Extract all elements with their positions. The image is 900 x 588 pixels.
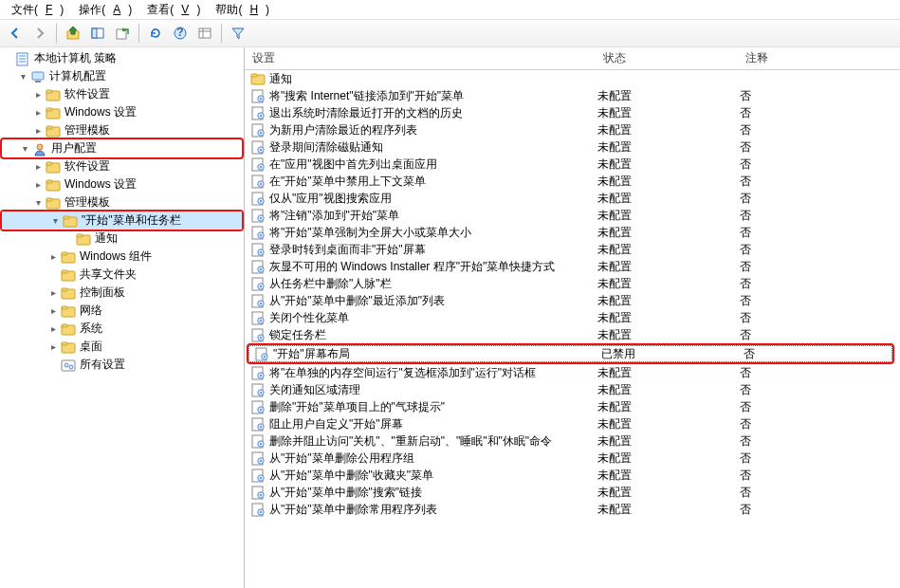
list-setting-row[interactable]: "开始"屏幕布局已禁用否 (248, 345, 892, 362)
tree-win-components[interactable]: ▸Windows 组件 (0, 248, 244, 266)
list-setting-row[interactable]: 退出系统时清除最近打开的文档的历史未配置否 (245, 104, 900, 121)
toolbar-show-hide-button[interactable] (86, 22, 109, 45)
toolbar-up-button[interactable] (62, 22, 84, 45)
setting-icon (250, 139, 266, 155)
toolbar-refresh-button[interactable] (144, 22, 167, 45)
list-folder-row[interactable]: 通知 (245, 70, 900, 87)
tree-label: "开始"菜单和任务栏 (82, 212, 181, 229)
list-setting-row[interactable]: 将"开始"菜单强制为全屏大小或菜单大小未配置否 (245, 224, 900, 241)
list-setting-row[interactable]: 关闭通知区域清理未配置否 (245, 381, 900, 398)
list-setting-row[interactable]: 灰显不可用的 Windows Installer 程序"开始"菜单快捷方式未配置… (245, 258, 900, 275)
list-setting-row[interactable]: 在"开始"菜单中禁用上下文菜单未配置否 (245, 173, 900, 190)
folder-icon (61, 267, 76, 283)
cell-setting: 退出系统时清除最近打开的文档的历史 (269, 105, 597, 121)
cell-comment: 否 (740, 416, 900, 432)
tree-computer-config[interactable]: ▾计算机配置 (0, 67, 244, 85)
toolbar-prop-button[interactable] (193, 22, 216, 45)
tree-notify[interactable]: 通知 (0, 230, 244, 248)
tree-start-taskbar[interactable]: ▾"开始"菜单和任务栏 (2, 211, 242, 230)
expander-icon[interactable]: ▸ (30, 90, 46, 100)
setting-icon (250, 310, 266, 325)
list-setting-row[interactable]: 删除"开始"菜单项目上的"气球提示"未配置否 (245, 398, 900, 415)
list-setting-row[interactable]: 从"开始"菜单中删除"最近添加"列表未配置否 (245, 292, 900, 309)
folder-icon (46, 87, 61, 102)
list-setting-row[interactable]: 仅从"应用"视图搜索应用未配置否 (245, 190, 900, 207)
list-setting-row[interactable]: 从"开始"菜单中删除"收藏夹"菜单未配置否 (245, 467, 900, 484)
list-setting-row[interactable]: 登录时转到桌面而非"开始"屏幕未配置否 (245, 241, 900, 258)
expander-icon[interactable]: ▸ (30, 108, 46, 118)
cell-status: 未配置 (597, 365, 740, 381)
col-header-comment[interactable]: 注释 (738, 47, 900, 70)
list-setting-row[interactable]: 从"开始"菜单删除公用程序组未配置否 (245, 450, 900, 467)
list-setting-row[interactable]: 登录期间清除磁贴通知未配置否 (245, 138, 900, 156)
expander-icon[interactable]: ▾ (47, 216, 63, 226)
menu-a[interactable]: 操作(A) (71, 0, 139, 20)
tree-label: Windows 设置 (64, 176, 137, 193)
list-setting-row[interactable]: 为新用户清除最近的程序列表未配置否 (245, 121, 900, 138)
cell-setting: 灰显不可用的 Windows Installer 程序"开始"菜单快捷方式 (269, 259, 597, 275)
tree-cc-windows[interactable]: ▸Windows 设置 (0, 103, 244, 121)
tree-user-config[interactable]: ▾用户配置 (2, 139, 242, 157)
tree-pane[interactable]: 本地计算机 策略▾计算机配置▸软件设置▸Windows 设置▸管理模板▾用户配置… (0, 47, 245, 588)
tree-uc-windows[interactable]: ▸Windows 设置 (0, 175, 244, 193)
cell-setting: 删除"开始"菜单项目上的"气球提示" (269, 399, 597, 415)
list-setting-row[interactable]: 从"开始"菜单中删除"搜索"链接未配置否 (245, 484, 900, 501)
expander-icon[interactable]: ▸ (30, 126, 46, 136)
list-setting-row[interactable]: 锁定任务栏未配置否 (245, 326, 900, 343)
expander-icon[interactable]: ▾ (17, 144, 32, 154)
tree-desktop[interactable]: ▸桌面 (0, 338, 244, 356)
expander-icon[interactable]: ▸ (46, 252, 61, 262)
list-setting-row[interactable]: 阻止用户自定义"开始"屏幕未配置否 (245, 415, 900, 432)
tree-all-settings[interactable]: 所有设置 (0, 356, 244, 374)
toolbar-forward-button[interactable] (28, 22, 51, 45)
expander-icon[interactable]: ▸ (46, 324, 61, 334)
expander-icon[interactable]: ▾ (15, 72, 30, 82)
tree-network[interactable]: ▸网络 (0, 302, 244, 320)
cell-comment: 否 (740, 259, 900, 275)
expander-icon[interactable]: ▸ (46, 306, 61, 316)
expander-icon[interactable]: ▸ (30, 162, 46, 172)
cell-status: 未配置 (597, 174, 740, 190)
cell-comment: 否 (740, 156, 900, 173)
list-setting-row[interactable]: 在"应用"视图中首先列出桌面应用未配置否 (245, 156, 900, 173)
menu-f[interactable]: 文件(F) (4, 0, 71, 20)
toolbar-export-button[interactable] (111, 22, 134, 45)
cell-comment: 否 (740, 276, 900, 292)
tree-shared[interactable]: 共享文件夹 (0, 266, 244, 284)
cell-comment: 否 (740, 365, 900, 381)
toolbar-back-button[interactable] (4, 22, 27, 45)
toolbar-filter-button[interactable] (227, 22, 249, 45)
back-icon (8, 26, 23, 41)
expander-icon[interactable]: ▸ (46, 288, 61, 298)
menu-v[interactable]: 查看(V) (139, 0, 208, 20)
list-setting-row[interactable]: 删除并阻止访问"关机"、"重新启动"、"睡眠"和"休眠"命令未配置否 (245, 432, 900, 450)
setting-icon (250, 276, 266, 291)
col-header-setting[interactable]: 设置 (245, 47, 596, 70)
list-setting-row[interactable]: 关闭个性化菜单未配置否 (245, 309, 900, 326)
list-setting-row[interactable]: 将"注销"添加到"开始"菜单未配置否 (245, 207, 900, 224)
expander-icon[interactable]: ▾ (30, 198, 46, 208)
expander-icon[interactable]: ▸ (46, 342, 61, 352)
tree-root[interactable]: 本地计算机 策略 (0, 49, 244, 67)
col-header-status[interactable]: 状态 (596, 47, 738, 70)
setting-icon (250, 502, 266, 517)
list-setting-row[interactable]: 从"开始"菜单中删除常用程序列表未配置否 (245, 501, 900, 518)
menu-h[interactable]: 帮助(H) (208, 0, 277, 20)
help-icon (173, 26, 188, 41)
list-setting-row[interactable]: 将"搜索 Internet"链接添加到"开始"菜单未配置否 (245, 87, 900, 104)
toolbar-help-button[interactable] (169, 22, 192, 45)
cell-setting: 仅从"应用"视图搜索应用 (269, 191, 597, 207)
list-setting-row[interactable]: 从任务栏中删除"人脉"栏未配置否 (245, 275, 900, 292)
tree-system[interactable]: ▸系统 (0, 320, 244, 338)
allsettings-icon (61, 358, 76, 373)
expander-icon[interactable]: ▸ (30, 180, 46, 190)
details-pane[interactable]: 设置 状态 注释 通知将"搜索 Internet"链接添加到"开始"菜单未配置否… (245, 47, 900, 588)
setting-icon (250, 450, 266, 466)
cell-status: 已禁用 (601, 346, 744, 362)
tree-cc-software[interactable]: ▸软件设置 (0, 85, 244, 103)
cell-comment: 否 (740, 293, 900, 309)
cell-status: 未配置 (597, 327, 740, 343)
tree-uc-software[interactable]: ▸软件设置 (0, 157, 244, 175)
tree-control-panel[interactable]: ▸控制面板 (0, 284, 244, 302)
list-setting-row[interactable]: 将"在单独的内存空间运行"复选框添加到"运行"对话框未配置否 (245, 364, 900, 381)
